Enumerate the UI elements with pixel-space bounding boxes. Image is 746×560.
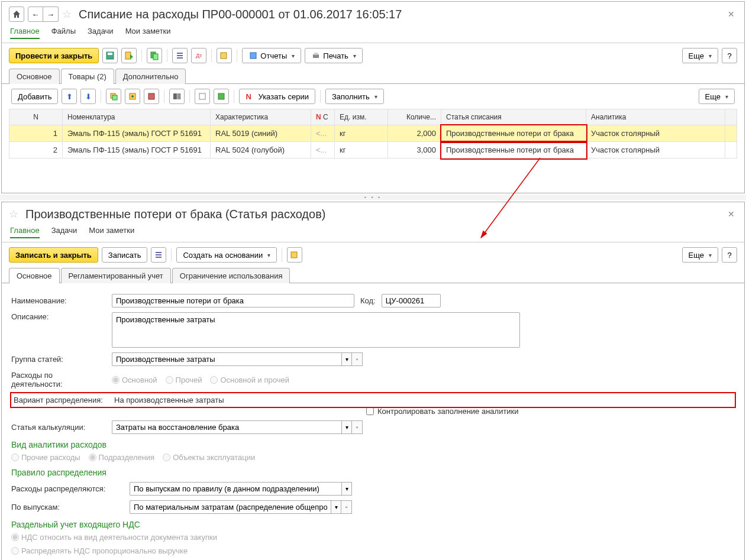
save-icon-button[interactable] xyxy=(102,48,118,63)
col-article[interactable]: Статья списания xyxy=(441,109,586,125)
rule-input[interactable] xyxy=(130,482,341,496)
calc-label: Статья калькуляции: xyxy=(11,423,106,432)
svg-rect-22 xyxy=(291,252,297,258)
group-dropdown-btn[interactable]: ▾ xyxy=(341,352,352,366)
writeoff-document-pane: ← → ☆ Списание на расходы ПР00-000001 от… xyxy=(1,1,745,193)
post-and-close-button[interactable]: Провести и закрыть xyxy=(9,48,99,63)
rule-dropdown-btn[interactable]: ▾ xyxy=(341,482,352,496)
rule-label: Расходы распределяются: xyxy=(11,484,124,493)
control-checkbox-label[interactable]: Контролировать заполнение аналитики xyxy=(366,407,519,416)
col-n[interactable]: N xyxy=(9,109,63,125)
desc-label: Описание: xyxy=(11,312,106,321)
tab-regulated[interactable]: Регламентированный учет xyxy=(61,268,171,283)
svg-rect-15 xyxy=(148,93,154,99)
svg-rect-11 xyxy=(314,53,318,55)
close-button-2[interactable]: ✕ xyxy=(725,207,737,221)
action2-button[interactable] xyxy=(195,89,210,104)
copy-row-button[interactable] xyxy=(106,89,121,104)
nav-tab-notes-2[interactable]: Мои заметки xyxy=(89,226,134,238)
name-label: Наименование: xyxy=(11,296,106,305)
by-output-input[interactable] xyxy=(130,500,331,514)
help-button[interactable]: ? xyxy=(722,48,737,63)
add-row-button[interactable]: Добавить xyxy=(11,89,58,104)
action3-button[interactable] xyxy=(214,89,229,104)
nav-tab-main-2[interactable]: Главное xyxy=(10,226,40,238)
move-down-button[interactable]: ⬇ xyxy=(80,89,96,104)
name-input[interactable] xyxy=(112,294,354,307)
tab-additional[interactable]: Дополнительно xyxy=(115,69,186,84)
grid-toolbar: Добавить ⬆ ⬇ N Указать серии Заполнить Е… xyxy=(2,84,744,109)
tab-basic-2[interactable]: Основное xyxy=(9,268,60,283)
nav-back-button[interactable]: ← xyxy=(28,7,43,22)
fill-button[interactable]: Заполнить xyxy=(325,89,384,104)
svg-rect-1 xyxy=(108,53,112,55)
barcode-button[interactable] xyxy=(169,89,185,104)
calc-dropdown-btn[interactable]: ▾ xyxy=(341,420,352,434)
nav-tab-tasks-2[interactable]: Задачи xyxy=(51,226,77,238)
tab-goods[interactable]: Товары (2) xyxy=(61,69,114,84)
calc-open-btn[interactable]: ▫ xyxy=(352,420,363,434)
list-icon-button-2[interactable] xyxy=(151,247,166,263)
create-based-on-button[interactable]: Создать на основании xyxy=(176,247,277,263)
code-input[interactable] xyxy=(382,294,441,307)
svg-rect-19 xyxy=(156,252,162,253)
svg-rect-13 xyxy=(112,95,117,100)
save-and-close-button[interactable]: Записать и закрыть xyxy=(9,247,98,263)
save-button[interactable]: Записать xyxy=(102,247,148,263)
tab-basic[interactable]: Основное xyxy=(9,69,60,84)
splitter[interactable]: • • • xyxy=(0,195,746,200)
process-dropdown-button-2[interactable] xyxy=(287,247,302,263)
activity-radio-both xyxy=(210,376,218,384)
close-button[interactable]: ✕ xyxy=(725,7,737,21)
analytics-heading: Вид аналитики расходов xyxy=(11,440,735,449)
svg-rect-2 xyxy=(125,52,131,59)
col-unit[interactable]: Ед. изм. xyxy=(335,109,388,125)
svg-rect-5 xyxy=(177,53,183,54)
copy-dropdown-button[interactable] xyxy=(147,48,162,63)
favorite-star-icon-2[interactable]: ☆ xyxy=(9,208,18,221)
more-button-2[interactable]: Еще xyxy=(682,247,718,263)
list-icon-button[interactable] xyxy=(172,48,188,63)
nav-tab-notes[interactable]: Мои заметки xyxy=(125,27,171,39)
activity-label: Расходы по деятельности: xyxy=(11,371,106,389)
nav-tab-tasks[interactable]: Задачи xyxy=(88,27,114,39)
table-row[interactable]: 2 Эмаль ПФ-115 (эмаль) ГОСТ Р 51691 RAL … xyxy=(9,142,737,158)
vat-heading: Раздельный учет входящего НДС xyxy=(11,520,735,529)
col-qty[interactable]: Количе... xyxy=(388,109,441,125)
home-button[interactable] xyxy=(9,7,24,22)
group-input[interactable] xyxy=(112,352,341,366)
activity-radio-other xyxy=(166,376,173,384)
paste-row-button[interactable] xyxy=(125,89,140,104)
tab-restrictions[interactable]: Ограничение использования xyxy=(172,268,290,283)
table-row[interactable]: 1 Эмаль ПФ-115 (эмаль) ГОСТ Р 51691 RAL … xyxy=(9,125,737,142)
desc-textarea[interactable] xyxy=(112,312,520,348)
col-series[interactable]: N С xyxy=(311,109,335,125)
col-analytics[interactable]: Аналитика xyxy=(586,109,725,125)
nav-tab-files[interactable]: Файлы xyxy=(51,27,76,39)
specify-series-button[interactable]: N Указать серии xyxy=(239,89,315,104)
move-up-button[interactable]: ⬆ xyxy=(62,89,77,104)
article-title: Производственные потери от брака (Статья… xyxy=(25,208,722,221)
grid-more-button[interactable]: Еще xyxy=(699,89,735,104)
col-nomenclature[interactable]: Номенклатура xyxy=(63,109,211,125)
help-button-2[interactable]: ? xyxy=(722,247,737,263)
post-icon-button[interactable] xyxy=(121,48,137,63)
col-extra[interactable] xyxy=(725,109,737,125)
action1-button[interactable] xyxy=(144,89,159,104)
calc-input[interactable] xyxy=(112,420,341,434)
favorite-star-icon[interactable]: ☆ xyxy=(62,8,72,21)
svg-rect-17 xyxy=(218,93,224,99)
control-checkbox[interactable] xyxy=(366,407,374,415)
process-dropdown-button[interactable] xyxy=(217,48,232,63)
nav-forward-button[interactable]: → xyxy=(43,7,59,22)
nav-tab-main[interactable]: Главное xyxy=(10,27,40,39)
svg-rect-16 xyxy=(199,93,205,99)
by-output-open-btn[interactable]: ▫ xyxy=(341,500,352,514)
print-button[interactable]: Печать xyxy=(305,48,363,63)
more-button[interactable]: Еще xyxy=(682,48,718,63)
reports-button[interactable]: Отчеты xyxy=(242,48,301,63)
col-characteristic[interactable]: Характеристика xyxy=(211,109,311,125)
group-open-btn[interactable]: ▫ xyxy=(352,352,363,366)
dtkt-icon-button[interactable]: Дт xyxy=(191,48,206,63)
by-output-dropdown-btn[interactable]: ▾ xyxy=(331,500,341,514)
